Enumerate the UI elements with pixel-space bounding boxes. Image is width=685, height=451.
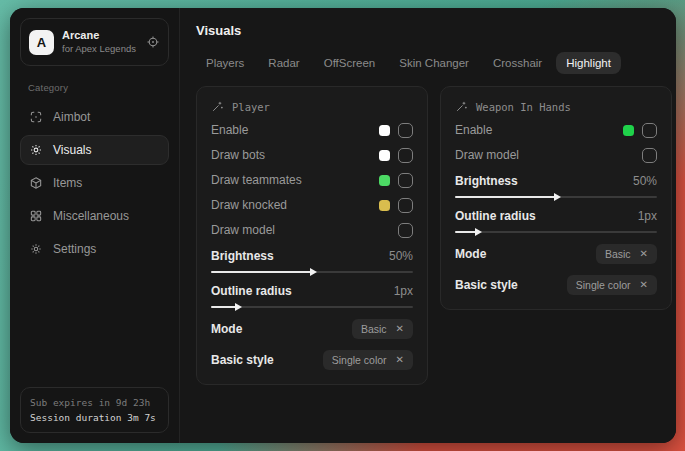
setting-controls bbox=[623, 123, 657, 138]
close-icon[interactable]: ✕ bbox=[396, 324, 404, 334]
setting-label: Enable bbox=[211, 123, 248, 137]
enable-checkbox[interactable] bbox=[642, 123, 657, 138]
draw-teammates-color-swatch[interactable] bbox=[379, 175, 390, 186]
draw-model-checkbox[interactable] bbox=[398, 223, 413, 238]
single-color-tag[interactable]: Single color✕ bbox=[323, 350, 413, 370]
tag-text: Single color bbox=[332, 354, 387, 366]
tag-text: Basic bbox=[605, 248, 631, 260]
outline-radius-slider[interactable] bbox=[455, 231, 657, 233]
panel-title: Weapon In Hands bbox=[455, 100, 657, 113]
tab-crosshair[interactable]: Crosshair bbox=[483, 52, 552, 74]
tag-row-basic-style: Basic styleSingle color✕ bbox=[455, 275, 657, 295]
setting-controls bbox=[379, 148, 413, 163]
slider-thumb[interactable] bbox=[554, 193, 561, 201]
setting-controls bbox=[379, 123, 413, 138]
setting-row-draw-bots: Draw bots bbox=[211, 147, 413, 163]
main-content: Visuals PlayersRadarOffScreenSkin Change… bbox=[180, 8, 676, 443]
app-name: Arcane bbox=[62, 29, 136, 43]
sidebar-item-label: Aimbot bbox=[53, 110, 90, 124]
app-subtitle: for Apex Legends bbox=[62, 43, 136, 55]
sidebar-item-label: Visuals bbox=[53, 143, 91, 157]
outline-radius-slider[interactable] bbox=[211, 306, 413, 308]
enable-color-swatch[interactable] bbox=[623, 125, 634, 136]
panel-title: Player bbox=[211, 100, 413, 113]
tab-players[interactable]: Players bbox=[196, 52, 254, 74]
tab-radar[interactable]: Radar bbox=[258, 52, 309, 74]
sub-expires-text: Sub expires in 9d 23h bbox=[30, 395, 159, 410]
setting-label: Draw teammates bbox=[211, 173, 302, 187]
slider-thumb[interactable] bbox=[310, 268, 317, 276]
slider-thumb[interactable] bbox=[235, 303, 242, 311]
setting-label: Draw bots bbox=[211, 148, 265, 162]
slider-row-brightness: Brightness50% bbox=[211, 249, 413, 273]
panel-title-text: Weapon In Hands bbox=[476, 101, 571, 113]
aim-frame-icon bbox=[29, 110, 43, 124]
slider-fill bbox=[455, 196, 556, 198]
slider-head: Outline radius1px bbox=[211, 284, 413, 298]
draw-bots-checkbox[interactable] bbox=[398, 148, 413, 163]
close-icon[interactable]: ✕ bbox=[640, 249, 648, 259]
panel-player: PlayerEnableDraw botsDraw teammatesDraw … bbox=[196, 86, 428, 385]
basic-tag[interactable]: Basic✕ bbox=[352, 319, 413, 339]
tag-row-label: Mode bbox=[455, 247, 486, 261]
draw-model-checkbox[interactable] bbox=[642, 148, 657, 163]
slider-value: 50% bbox=[633, 174, 657, 188]
slider-thumb[interactable] bbox=[475, 228, 482, 236]
setting-controls bbox=[398, 223, 413, 238]
sidebar-header: A Arcane for Apex Legends bbox=[20, 18, 169, 66]
slider-value: 1px bbox=[394, 284, 413, 298]
category-label: Category bbox=[28, 82, 169, 93]
slider-fill bbox=[455, 231, 477, 233]
draw-knocked-color-swatch[interactable] bbox=[379, 200, 390, 211]
setting-row-enable: Enable bbox=[211, 122, 413, 138]
setting-controls bbox=[642, 148, 657, 163]
slider-label: Brightness bbox=[455, 174, 518, 188]
sidebar-item-items[interactable]: Items bbox=[20, 168, 169, 198]
single-color-tag[interactable]: Single color✕ bbox=[567, 275, 657, 295]
slider-label: Outline radius bbox=[211, 284, 292, 298]
tag-row-label: Mode bbox=[211, 322, 242, 336]
sidebar-item-miscellaneous[interactable]: Miscellaneous bbox=[20, 201, 169, 231]
draw-knocked-checkbox[interactable] bbox=[398, 198, 413, 213]
brightness-slider[interactable] bbox=[211, 271, 413, 273]
close-icon[interactable]: ✕ bbox=[396, 355, 404, 365]
tab-highlight[interactable]: Highlight bbox=[556, 52, 621, 74]
enable-checkbox[interactable] bbox=[398, 123, 413, 138]
sidebar-item-visuals[interactable]: Visuals bbox=[20, 135, 169, 165]
setting-row-enable: Enable bbox=[455, 122, 657, 138]
draw-bots-color-swatch[interactable] bbox=[379, 150, 390, 161]
sidebar-nav: AimbotVisualsItemsMiscellaneousSettings bbox=[20, 99, 169, 264]
subscription-info-box: Sub expires in 9d 23h Session duration 3… bbox=[20, 387, 169, 433]
tag-row-label: Basic style bbox=[211, 353, 274, 367]
slider-fill bbox=[211, 306, 237, 308]
setting-label: Draw model bbox=[211, 223, 275, 237]
slider-row-brightness: Brightness50% bbox=[455, 174, 657, 198]
enable-color-swatch[interactable] bbox=[379, 125, 390, 136]
tab-offscreen[interactable]: OffScreen bbox=[314, 52, 386, 74]
tag-text: Single color bbox=[576, 279, 631, 291]
close-icon[interactable]: ✕ bbox=[640, 280, 648, 290]
brightness-slider[interactable] bbox=[455, 196, 657, 198]
sidebar-item-label: Miscellaneous bbox=[53, 209, 129, 223]
panel-title-text: Player bbox=[232, 101, 270, 113]
app-titles: Arcane for Apex Legends bbox=[62, 29, 136, 55]
basic-tag[interactable]: Basic✕ bbox=[596, 244, 657, 264]
slider-value: 1px bbox=[638, 209, 657, 223]
sidebar-item-label: Settings bbox=[53, 242, 96, 256]
tab-skin-changer[interactable]: Skin Changer bbox=[389, 52, 479, 74]
wand-icon bbox=[211, 100, 224, 113]
draw-teammates-checkbox[interactable] bbox=[398, 173, 413, 188]
sidebar-item-settings[interactable]: Settings bbox=[20, 234, 169, 264]
setting-row-draw-teammates: Draw teammates bbox=[211, 172, 413, 188]
slider-head: Brightness50% bbox=[211, 249, 413, 263]
setting-label: Enable bbox=[455, 123, 492, 137]
tag-row-basic-style: Basic styleSingle color✕ bbox=[211, 350, 413, 370]
tag-row-mode: ModeBasic✕ bbox=[455, 244, 657, 264]
wand-icon bbox=[455, 100, 468, 113]
target-icon[interactable] bbox=[146, 35, 160, 49]
setting-row-draw-model: Draw model bbox=[455, 147, 657, 163]
slider-head: Brightness50% bbox=[455, 174, 657, 188]
slider-fill bbox=[211, 271, 312, 273]
sidebar-item-aimbot[interactable]: Aimbot bbox=[20, 102, 169, 132]
tab-bar: PlayersRadarOffScreenSkin ChangerCrossha… bbox=[196, 52, 672, 74]
